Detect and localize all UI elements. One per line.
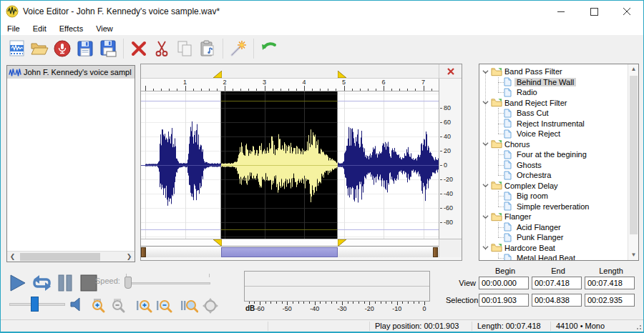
- file-list-item[interactable]: John F. Kennedy's voice sampl: [7, 66, 135, 79]
- new-waveform-button[interactable]: [5, 37, 28, 60]
- pause-button[interactable]: [57, 274, 74, 295]
- zoom-in-horizontal-button[interactable]: [135, 298, 152, 317]
- scroll-left-icon[interactable]: ❮: [7, 252, 18, 262]
- selection-length-field[interactable]: 00:02.935: [585, 294, 635, 307]
- status-length: Length: 00:07.418: [477, 322, 541, 330]
- tree-item-ghosts[interactable]: Ghosts: [479, 160, 627, 171]
- col-header-end: End: [532, 267, 585, 275]
- selection-begin-field[interactable]: 00:01.903: [479, 294, 529, 307]
- loop-button[interactable]: [32, 274, 52, 295]
- time-ruler[interactable]: 1234567: [141, 79, 439, 91]
- tree-item-orchestra[interactable]: Orchestra: [479, 170, 627, 181]
- waveform-canvas[interactable]: [141, 91, 439, 239]
- view-begin-field[interactable]: 00:00.000: [479, 277, 529, 289]
- folder-icon: [491, 181, 502, 190]
- zoom-out-horizontal-button[interactable]: [155, 298, 172, 317]
- record-button[interactable]: [51, 37, 74, 60]
- selection-begin-marker-icon[interactable]: [213, 71, 222, 78]
- tree-group-chorus[interactable]: Chorus: [479, 139, 627, 150]
- tree-item-four-at-the-begining[interactable]: Four at the begining: [479, 149, 627, 160]
- toolbar-separator: [223, 39, 223, 59]
- scrollbar-selection-region[interactable]: [221, 247, 338, 257]
- menu-effects[interactable]: Effects: [53, 23, 89, 34]
- save-button[interactable]: [74, 37, 97, 60]
- tree-group-hardcore-beat[interactable]: Hardcore Beat: [479, 243, 627, 254]
- menu-view[interactable]: View: [89, 23, 119, 34]
- selection-end-field[interactable]: 00:04.838: [532, 294, 582, 307]
- copy-button[interactable]: [173, 37, 196, 60]
- tree-item-reject-instrumental[interactable]: Reject Instrumental: [479, 119, 627, 129]
- resize-grip-icon[interactable]: [635, 323, 642, 330]
- zoom-selection-button[interactable]: [180, 298, 198, 317]
- marker-strip-top[interactable]: [141, 64, 439, 79]
- scrollbar-thumb[interactable]: [20, 253, 100, 261]
- open-button[interactable]: [28, 37, 51, 60]
- scroll-cap-right[interactable]: [433, 247, 438, 257]
- tree-item-radio[interactable]: Radio: [479, 87, 627, 98]
- tree-item-acid-flanger[interactable]: Acid Flanger: [479, 222, 627, 233]
- undo-button[interactable]: [258, 37, 280, 60]
- paste-button[interactable]: [196, 37, 219, 60]
- tree-group-band-reject-filter[interactable]: Band Reject Filter: [479, 98, 627, 109]
- play-button[interactable]: [8, 274, 26, 295]
- tree-item-simple-reverberation[interactable]: Simple reverberation: [479, 202, 627, 212]
- ruler-tick: [169, 89, 170, 91]
- tree-item-big-room[interactable]: Big room: [479, 191, 627, 202]
- view-length-field[interactable]: 00:07.418: [585, 277, 635, 289]
- ruler-label: 5: [339, 79, 349, 86]
- tree-group-band-pass-filter[interactable]: Band Pass Filter: [479, 66, 627, 77]
- tree-item-voice-reject[interactable]: Voice Reject: [479, 129, 627, 139]
- selection-end-marker-icon[interactable]: [338, 71, 346, 78]
- chevron-down-icon[interactable]: [482, 69, 489, 75]
- effect-wand-button[interactable]: [227, 37, 250, 60]
- scroll-up-icon[interactable]: ▲: [628, 64, 639, 74]
- speed-slider-thumb[interactable]: [125, 277, 132, 289]
- zoom-all-button[interactable]: [203, 298, 218, 317]
- file-list-hscrollbar[interactable]: ❮ ❯: [7, 251, 135, 262]
- scroll-right-icon[interactable]: ❯: [124, 252, 135, 262]
- close-wave-icon[interactable]: [447, 68, 454, 75]
- cut-button[interactable]: [150, 37, 173, 60]
- tree-item-punk-flanger[interactable]: Punk Flanger: [479, 232, 627, 243]
- ruler-tick: [399, 89, 400, 91]
- volume-slider-thumb[interactable]: [31, 297, 39, 312]
- zoom-out-button[interactable]: [111, 298, 127, 317]
- tree-item-metal-head-beat[interactable]: Metal Head Beat: [479, 253, 627, 261]
- chevron-down-icon[interactable]: [482, 214, 489, 220]
- menu-edit[interactable]: Edit: [26, 23, 53, 34]
- maximize-button[interactable]: [577, 1, 610, 22]
- chevron-down-icon[interactable]: [482, 182, 489, 189]
- effects-tree: Band Pass FilterBehind The WallRadioBand…: [479, 66, 627, 261]
- close-button[interactable]: [610, 1, 643, 22]
- zoom-in-horizontal-icon: [135, 298, 152, 314]
- ruler-label: 3: [260, 79, 270, 86]
- tree-item-behind-the-wall[interactable]: Behind The Wall: [479, 77, 627, 88]
- row-label-selection: Selection: [446, 296, 479, 304]
- mute-button[interactable]: [69, 297, 85, 315]
- delete-button[interactable]: [127, 37, 150, 60]
- folder-icon: [491, 67, 502, 76]
- meter-tick-label: -20: [360, 305, 379, 312]
- scroll-cap-left[interactable]: [141, 247, 146, 257]
- tree-vscrollbar[interactable]: ▲ ▼: [628, 64, 638, 260]
- copy-icon: [175, 39, 194, 58]
- marker-strip-bottom[interactable]: [141, 239, 439, 246]
- view-end-field[interactable]: 00:07.418: [532, 277, 582, 289]
- tree-item-bass-cut[interactable]: Bass Cut: [479, 108, 627, 119]
- tree-group-complex-delay[interactable]: Complex Delay: [479, 181, 627, 192]
- wave-scrollbar[interactable]: [141, 246, 439, 257]
- zoom-in-button[interactable]: [91, 298, 107, 317]
- axis-tick: [440, 122, 442, 123]
- chevron-down-icon[interactable]: [482, 244, 489, 251]
- tree-group-flanger[interactable]: Flanger: [479, 212, 627, 222]
- scrollbar-thumb[interactable]: [630, 76, 638, 234]
- chevron-down-icon[interactable]: [482, 99, 489, 106]
- menu-file[interactable]: File: [1, 23, 26, 34]
- minimize-button[interactable]: [545, 1, 577, 22]
- chevron-down-icon[interactable]: [482, 141, 489, 147]
- save-as-button[interactable]: [97, 37, 119, 60]
- file-list-item-label: John F. Kennedy's voice sampl: [24, 68, 132, 76]
- axis-tick: [440, 179, 442, 180]
- scroll-down-icon[interactable]: ▼: [628, 250, 639, 260]
- speed-slider-track[interactable]: [125, 282, 210, 284]
